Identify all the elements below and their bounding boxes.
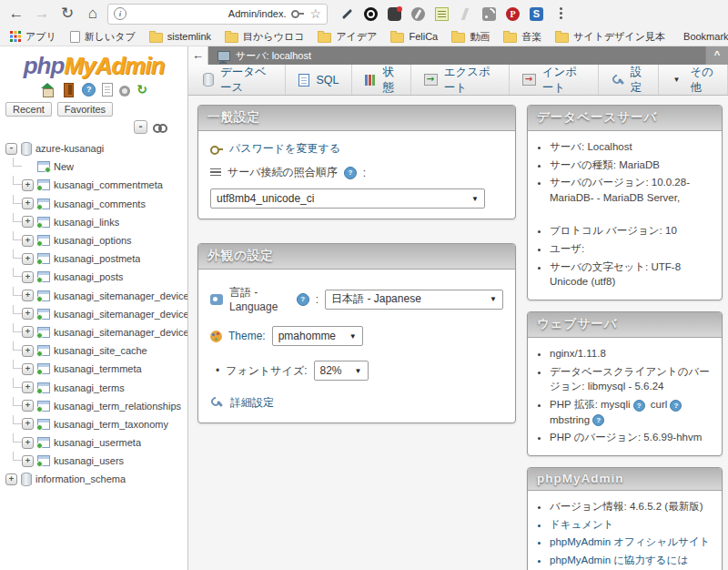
bookmark-item[interactable]: サイトデザイン見本 (551, 30, 670, 44)
help-icon[interactable]: ? (633, 400, 645, 412)
home-icon[interactable] (40, 83, 55, 97)
scroll-top-button[interactable]: ^ (705, 46, 728, 65)
font-size-select[interactable]: 82% ▼ (314, 361, 369, 381)
tree-toggle-icon[interactable]: + (22, 326, 34, 338)
reload-navigation-icon[interactable]: ↻ (136, 83, 147, 97)
bookmark-star-icon[interactable]: ☆ (309, 5, 321, 23)
theme-label[interactable]: Theme: (228, 330, 266, 342)
tree-row[interactable]: + kusanagi_term_taxonomy (5, 415, 187, 433)
rss-icon[interactable] (482, 7, 496, 21)
tab[interactable]: インポート (510, 65, 599, 95)
help-icon[interactable]: ? (592, 414, 604, 426)
tree-toggle-icon[interactable]: + (5, 473, 17, 485)
pinterest-icon[interactable] (506, 7, 520, 21)
bookmark-item[interactable]: アイデア (313, 30, 381, 44)
tree-row[interactable]: + kusanagi_posts (5, 268, 187, 286)
bookmark-item[interactable]: sistemlink (145, 31, 216, 43)
favorites-button[interactable]: Favorites (57, 102, 113, 117)
tree-toggle-icon[interactable]: + (22, 363, 34, 375)
lightning-icon[interactable] (459, 7, 472, 21)
target-icon[interactable] (364, 7, 378, 21)
tree-row[interactable]: + kusanagi_sitemanager_device (5, 287, 187, 305)
swirl-icon[interactable] (411, 7, 425, 21)
back-icon[interactable]: ← (5, 1, 27, 26)
tree-toggle-icon[interactable]: + (22, 253, 34, 265)
tree-toggle-icon[interactable]: + (22, 290, 34, 301)
bookmark-item[interactable]: 動画 (447, 30, 494, 44)
key-icon[interactable] (291, 10, 304, 17)
bookmark-item[interactable]: FeliCa (386, 31, 442, 43)
tree-toggle-icon[interactable]: + (22, 179, 34, 191)
info-link[interactable]: phpMyAdmin オフィシャルサイト (550, 534, 718, 550)
home-icon[interactable]: ⌂ (82, 1, 104, 26)
tab[interactable]: その他 (659, 65, 728, 95)
forward-icon[interactable]: → (31, 1, 53, 26)
tree-row[interactable]: + kusanagi_usermeta (5, 433, 187, 452)
logout-icon[interactable] (61, 83, 76, 97)
help-icon[interactable]: ? (344, 167, 357, 179)
bookmark-item[interactable]: 目からウロコ (220, 30, 308, 44)
page-info-icon[interactable]: i (114, 7, 126, 20)
tree-toggle-icon[interactable]: + (22, 455, 34, 467)
tree-toggle-icon[interactable]: + (22, 308, 34, 320)
url-bar[interactable]: i Admin/index. ☆ (107, 4, 328, 25)
tree-row[interactable]: + kusanagi_postmeta (5, 249, 187, 268)
change-password-link[interactable]: パスワードを変更する (229, 141, 340, 157)
tree-toggle-icon[interactable]: + (22, 271, 34, 283)
info-link[interactable]: ドキュメント (550, 517, 718, 533)
link-with-main-panel-icon[interactable] (153, 123, 167, 132)
language-select[interactable]: 日本語 - Japanese ▼ (325, 290, 503, 310)
more-settings-link[interactable]: 詳細設定 (230, 395, 274, 411)
tree-row[interactable]: + kusanagi_sitemanager_device_gr (5, 305, 187, 323)
bookmark-item[interactable]: 新しいタブ (66, 30, 140, 44)
phpmyadmin-logo[interactable]: phpMyAdmin (0, 52, 187, 80)
theme-select[interactable]: pmahomme ▼ (272, 326, 363, 346)
tab[interactable]: SQL (286, 65, 352, 95)
tree-row[interactable]: + kusanagi_terms (5, 378, 187, 396)
notes-icon[interactable] (435, 7, 449, 21)
documentation-icon[interactable] (102, 83, 113, 97)
tree-toggle-icon[interactable]: - (5, 143, 17, 155)
browser-menu-icon[interactable] (554, 5, 567, 23)
tab[interactable]: エクスポート (411, 65, 510, 95)
tree-toggle-icon[interactable]: + (22, 198, 34, 209)
tree-toggle-icon[interactable]: + (22, 345, 34, 357)
tree-row[interactable]: + kusanagi_links (5, 213, 187, 231)
tab[interactable]: 設定 (599, 65, 659, 95)
collation-select[interactable]: utf8mb4_unicode_ci ▼ (210, 188, 485, 209)
tab[interactable]: データベース (190, 65, 286, 95)
tree-toggle-icon[interactable]: + (22, 235, 34, 247)
reload-icon[interactable]: ↻ (56, 1, 78, 26)
url-text[interactable]: Admin/index. (132, 8, 286, 19)
evernote-icon[interactable] (388, 7, 401, 21)
tree-row[interactable]: + kusanagi_options (5, 231, 187, 249)
bookmark-item[interactable]: Bookmarks (674, 31, 728, 42)
tab[interactable]: 状態 (352, 65, 410, 95)
bookmark-item[interactable]: 音楽 (499, 30, 546, 44)
tree-toggle-icon[interactable]: + (22, 400, 34, 412)
tree-row[interactable]: + information_schema (5, 470, 187, 488)
recent-button[interactable]: Recent (5, 102, 52, 117)
tree-row[interactable]: + kusanagi_commentmeta (5, 176, 187, 194)
help-icon[interactable]: ? (82, 83, 96, 97)
tree-toggle-icon[interactable]: + (22, 216, 34, 228)
bookmark-item[interactable]: アプリ (5, 30, 61, 44)
tree-row[interactable]: + kusanagi_comments (5, 195, 187, 213)
tree-row[interactable]: New (5, 158, 187, 176)
hide-navigation-button[interactable]: ← (188, 46, 208, 65)
collapse-all-button[interactable]: - (134, 120, 147, 134)
tree-row[interactable]: + kusanagi_users (5, 452, 187, 470)
settings-gear-icon[interactable] (119, 86, 130, 97)
help-icon[interactable]: ? (297, 293, 309, 306)
tree-row[interactable]: + kusanagi_term_relationships (5, 397, 187, 415)
info-link[interactable]: phpMyAdmin に協力するには (550, 553, 718, 568)
tree-row[interactable]: + kusanagi_sitemanager_device_re (5, 323, 187, 341)
tree-toggle-icon[interactable]: + (22, 418, 34, 430)
eyedropper-icon[interactable] (340, 7, 354, 21)
tree-toggle-icon[interactable]: + (22, 382, 34, 393)
tree-row[interactable]: + kusanagi_site_cache (5, 341, 187, 360)
tree-row[interactable]: + kusanagi_termmeta (5, 360, 187, 378)
s-icon[interactable] (530, 7, 543, 21)
tree-toggle-icon[interactable]: + (22, 437, 34, 449)
help-icon[interactable]: ? (670, 400, 682, 412)
